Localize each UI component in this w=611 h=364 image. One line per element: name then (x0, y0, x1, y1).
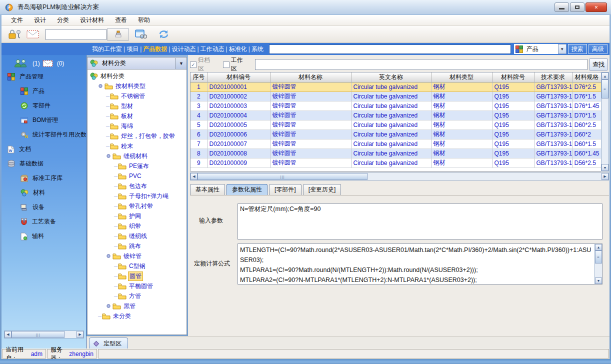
category-selector[interactable]: 材料分类 ▼ (88, 58, 186, 70)
menu-category[interactable]: 分类 (52, 15, 74, 26)
tree-node[interactable]: 材料分类 (88, 71, 186, 81)
tree-node[interactable]: ─带孔衬带 (88, 201, 186, 211)
tree-node[interactable]: 按材料类型 (88, 81, 186, 91)
detail-tab-3[interactable]: [变更历史] (303, 184, 342, 195)
archive-area-checkbox[interactable]: ✓ (190, 62, 196, 68)
sidebar-item-part-ref-count[interactable]: N统计零部件引用次数 (20, 130, 86, 139)
sidebar-item-product[interactable]: 产品 (20, 87, 86, 96)
scroll-thumb[interactable]: ||| (198, 173, 368, 180)
tree-node[interactable]: ─粉末 (88, 141, 186, 151)
table-row[interactable]: 3D0201000003镀锌圆管Circular tube galvanized… (190, 101, 602, 110)
material-filter-input[interactable] (255, 59, 588, 70)
menu-design[interactable]: 设计 (28, 15, 52, 26)
scroll-left-button[interactable]: ◀ (4, 331, 12, 338)
menu-design-material[interactable]: 设计材料 (74, 15, 110, 26)
tree-node[interactable]: ─未分类 (88, 311, 186, 321)
online-users-icon[interactable] (14, 59, 28, 68)
detail-tab-0[interactable]: 基本属性 (190, 184, 225, 195)
nav-my-workspace[interactable]: 我的工作室 (90, 46, 124, 52)
lock-key-icon[interactable] (6, 28, 24, 42)
find-button[interactable]: 查找 (590, 58, 608, 70)
sidebar-item-std-process-lib[interactable]: 标准工序库 (20, 174, 86, 182)
scroll-thumb[interactable]: ≡ (602, 80, 608, 98)
minimize-button[interactable] (554, 2, 569, 12)
scroll-track[interactable] (64, 331, 76, 338)
scroll-thumb[interactable]: ||| (12, 331, 64, 338)
scroll-up-button[interactable]: ▲ (595, 244, 602, 250)
column-header[interactable]: 材料编号 (207, 72, 270, 82)
tree-node[interactable]: ─不锈钢管 (88, 91, 186, 101)
nav-design-activity[interactable]: 设计动态 (170, 46, 197, 52)
tree-node[interactable]: ─板材 (88, 111, 186, 121)
sidebar-item-base-data[interactable]: 基础数据 (8, 160, 86, 168)
toolbar-search-input[interactable] (46, 29, 106, 40)
table-row[interactable]: 6D0201000006镀锌圆管Circular tube galvanized… (190, 130, 602, 139)
global-search-input[interactable] (269, 44, 511, 54)
tree-node[interactable]: ─跳布 (88, 241, 186, 251)
tree-node[interactable]: ─方管 (88, 291, 186, 301)
restore-button[interactable] (570, 2, 584, 12)
menu-view[interactable]: 查看 (110, 15, 132, 26)
quick-find-button[interactable] (108, 28, 128, 41)
menu-help[interactable]: 帮助 (132, 15, 156, 26)
nav-work-activity[interactable]: 工作动态 (199, 46, 226, 52)
tree-node[interactable]: ─子母扣+弹力绳 (88, 191, 186, 201)
search-button[interactable]: 搜索 (568, 44, 587, 54)
nav-system[interactable]: 系统 (250, 46, 265, 52)
nav-standardization[interactable]: 标准化 (228, 46, 248, 52)
search-scope-dropdown-arrow[interactable]: ▼ (558, 44, 566, 54)
column-header[interactable]: 序号 (190, 72, 207, 82)
tree-node[interactable]: ─织带 (88, 221, 186, 231)
formula-scrollbar[interactable]: ▲ ≡ ▼ (594, 244, 602, 284)
tree-node[interactable]: ─型材 (88, 101, 186, 111)
tab-finalized-area[interactable]: 定型区 (89, 338, 128, 349)
tree-node[interactable]: ─C型钢 (88, 261, 186, 271)
tree-node[interactable]: ─护网 (88, 211, 186, 221)
table-row[interactable]: 2D0201000002镀锌圆管Circular tube galvanized… (190, 92, 602, 101)
window-link-icon[interactable] (132, 28, 150, 42)
sidebar-horizontal-scrollbar[interactable]: ◀ ||| ▶ (4, 330, 84, 338)
column-header[interactable]: 英文名称 (351, 72, 431, 82)
close-button[interactable]: ✕ (586, 2, 607, 12)
work-area-checkbox[interactable] (223, 62, 230, 68)
table-horizontal-scrollbar[interactable]: ◀ ||| ▶ (190, 172, 609, 180)
sidebar-item-document[interactable]: W文档 (8, 145, 86, 154)
nav-project[interactable]: 项目 (125, 46, 140, 52)
formula-field[interactable]: MTLENGTH=(C!=90?Math.round(2*ASUSER03-AS… (238, 244, 602, 284)
table-row[interactable]: 4D0201000004镀锌圆管Circular tube galvanized… (190, 110, 602, 120)
column-header[interactable]: 材料类型 (431, 72, 492, 82)
sidebar-item-bom-mgmt[interactable]: BOM管理 (20, 116, 86, 124)
sidebar-item-process-equipment[interactable]: 工艺装备 (20, 218, 86, 226)
table-row[interactable]: 8D0201000008镀锌圆管Circular tube galvanized… (190, 148, 602, 158)
input-param-field[interactable]: N=管材定尺(mm);C=角度=90 (238, 204, 602, 240)
scroll-down-button[interactable]: ▼ (602, 164, 608, 171)
scroll-down-button[interactable]: ▼ (595, 278, 602, 284)
scroll-right-button[interactable]: ▶ (76, 331, 84, 338)
messages-icon[interactable] (42, 60, 53, 67)
table-row[interactable]: 1D0201000001镀锌圆管Circular tube galvanized… (190, 82, 602, 92)
tree-node[interactable]: ─缝纫线 (88, 231, 186, 241)
sidebar-item-auxiliary[interactable]: 辅料 (20, 232, 86, 240)
column-header[interactable]: 材料规格 (572, 72, 602, 82)
scroll-left-button[interactable]: ◀ (190, 173, 198, 180)
scroll-right-button[interactable]: ▶ (602, 173, 608, 180)
table-row[interactable]: 9D0201000009镀锌圆管Circular tube galvanized… (190, 158, 602, 168)
detail-tab-1[interactable]: 参数化属性 (226, 184, 268, 195)
refresh-icon[interactable] (156, 28, 172, 42)
tree-node[interactable]: ─焊丝，打包带，胶带 (88, 131, 186, 141)
table-vertical-scrollbar[interactable]: ▲ ≡ ▼ (601, 72, 609, 172)
tree-node[interactable]: ─包边布 (88, 181, 186, 191)
table-row[interactable]: 7D0201000007镀锌圆管Circular tube galvanized… (190, 139, 602, 148)
detail-tab-2[interactable]: [零部件] (269, 184, 302, 195)
search-scope-combo[interactable]: 产品 (514, 44, 558, 54)
category-dropdown-arrow[interactable]: ▼ (176, 58, 186, 69)
nav-product-data[interactable]: 产品数据 (142, 46, 168, 52)
column-header[interactable]: 材料牌号 (492, 72, 534, 82)
tree-node[interactable]: ─PE篷布 (88, 161, 186, 171)
scroll-track[interactable] (595, 264, 602, 278)
column-header[interactable]: 技术要求 (534, 72, 572, 82)
sidebar-item-parts[interactable]: 零部件 (20, 102, 86, 110)
sidebar-item-product-mgmt[interactable]: 产品管理 (8, 72, 86, 81)
advanced-search-button[interactable]: 高级 (588, 44, 608, 54)
table-row[interactable]: 5D0201000005镀锌圆管Circular tube galvanized… (190, 120, 602, 130)
